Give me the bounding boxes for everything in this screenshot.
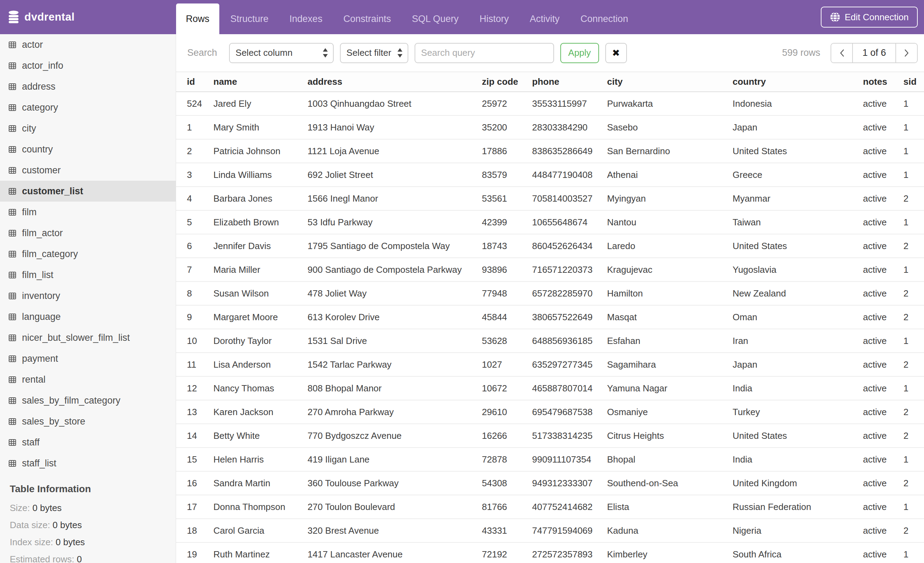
cell-zip-code[interactable]: 10672 xyxy=(482,376,532,400)
sidebar-item-film[interactable]: film xyxy=(0,202,176,222)
cell-id[interactable]: 3 xyxy=(176,163,213,187)
cell-country[interactable]: Iran xyxy=(733,329,863,353)
cell-notes[interactable]: active xyxy=(863,234,903,258)
cell-name[interactable]: Carol Garcia xyxy=(213,519,308,542)
sidebar-item-language[interactable]: language xyxy=(0,306,176,327)
cell-country[interactable]: Japan xyxy=(733,353,863,376)
cell-address[interactable]: 1417 Lancaster Avenue xyxy=(308,542,482,563)
cell-address[interactable]: 53 Idfu Parkway xyxy=(308,210,482,234)
cell-address[interactable]: 1003 Qinhuangdao Street xyxy=(308,92,482,116)
cell-notes[interactable]: active xyxy=(863,376,903,400)
cell-notes[interactable]: active xyxy=(863,471,903,495)
cell-phone[interactable]: 272572357893 xyxy=(532,542,607,563)
cell-name[interactable]: Dorothy Taylor xyxy=(213,329,308,353)
cell-phone[interactable]: 648856936185 xyxy=(532,329,607,353)
cell-sid[interactable]: 1 xyxy=(903,163,924,187)
cell-address[interactable]: 1795 Santiago de Compostela Way xyxy=(308,234,482,258)
cell-address[interactable]: 360 Toulouse Parkway xyxy=(308,471,482,495)
cell-id[interactable]: 15 xyxy=(176,447,213,471)
cell-zip-code[interactable]: 72192 xyxy=(482,542,532,563)
cell-zip-code[interactable]: 77948 xyxy=(482,281,532,305)
column-header-zip-code[interactable]: zip code xyxy=(482,72,532,92)
cell-country[interactable]: Greece xyxy=(733,163,863,187)
cell-sid[interactable]: 1 xyxy=(903,210,924,234)
cell-city[interactable]: Purwakarta xyxy=(607,92,733,116)
tab-sql-query[interactable]: SQL Query xyxy=(402,3,468,34)
column-header-id[interactable]: id xyxy=(176,72,213,92)
cell-city[interactable]: San Bernardino xyxy=(607,139,733,163)
cell-name[interactable]: Mary Smith xyxy=(213,116,308,139)
cell-zip-code[interactable]: 42399 xyxy=(482,210,532,234)
tab-activity[interactable]: Activity xyxy=(520,3,569,34)
cell-address[interactable]: 1913 Hanoi Way xyxy=(308,116,482,139)
cell-id[interactable]: 17 xyxy=(176,495,213,519)
sidebar-item-rental[interactable]: rental xyxy=(0,369,176,390)
cell-country[interactable]: India xyxy=(733,376,863,400)
sidebar-item-nicer-but-slower-film-list[interactable]: nicer_but_slower_film_list xyxy=(0,327,176,348)
cell-country[interactable]: United States xyxy=(733,424,863,447)
cell-id[interactable]: 14 xyxy=(176,424,213,447)
cell-city[interactable]: Sagamihara xyxy=(607,353,733,376)
cell-name[interactable]: Elizabeth Brown xyxy=(213,210,308,234)
column-header-city[interactable]: city xyxy=(607,72,733,92)
sidebar-item-city[interactable]: city xyxy=(0,118,176,139)
sidebar-item-inventory[interactable]: inventory xyxy=(0,285,176,306)
cell-id[interactable]: 10 xyxy=(176,329,213,353)
clear-search-button[interactable]: ✖ xyxy=(605,43,627,63)
cell-zip-code[interactable]: 17886 xyxy=(482,139,532,163)
cell-id[interactable]: 16 xyxy=(176,471,213,495)
cell-notes[interactable]: active xyxy=(863,305,903,329)
cell-phone[interactable]: 380657522649 xyxy=(532,305,607,329)
cell-address[interactable]: 692 Joliet Street xyxy=(308,163,482,187)
cell-address[interactable]: 900 Santiago de Compostela Parkway xyxy=(308,258,482,281)
sidebar-item-staff[interactable]: staff xyxy=(0,432,176,453)
cell-notes[interactable]: active xyxy=(863,281,903,305)
apply-button[interactable]: Apply xyxy=(560,43,599,63)
cell-name[interactable]: Nancy Thomas xyxy=(213,376,308,400)
cell-zip-code[interactable]: 53561 xyxy=(482,187,532,210)
cell-sid[interactable]: 1 xyxy=(903,92,924,116)
cell-sid[interactable]: 2 xyxy=(903,519,924,542)
cell-zip-code[interactable]: 1027 xyxy=(482,353,532,376)
cell-notes[interactable]: active xyxy=(863,116,903,139)
cell-zip-code[interactable]: 16266 xyxy=(482,424,532,447)
sidebar-item-actor-info[interactable]: actor_info xyxy=(0,55,176,76)
cell-sid[interactable]: 2 xyxy=(903,234,924,258)
cell-city[interactable]: Osmaniye xyxy=(607,400,733,424)
cell-id[interactable]: 1 xyxy=(176,116,213,139)
cell-id[interactable]: 18 xyxy=(176,519,213,542)
cell-phone[interactable]: 28303384290 xyxy=(532,116,607,139)
cell-country[interactable]: Nigeria xyxy=(733,519,863,542)
cell-sid[interactable]: 1 xyxy=(903,139,924,163)
sidebar-item-address[interactable]: address xyxy=(0,76,176,97)
cell-city[interactable]: Southend-on-Sea xyxy=(607,471,733,495)
cell-name[interactable]: Susan Wilson xyxy=(213,281,308,305)
cell-address[interactable]: 1566 Inegl Manor xyxy=(308,187,482,210)
cell-city[interactable]: Masqat xyxy=(607,305,733,329)
cell-city[interactable]: Laredo xyxy=(607,234,733,258)
tab-constraints[interactable]: Constraints xyxy=(334,3,401,34)
cell-phone[interactable]: 705814003527 xyxy=(532,187,607,210)
cell-address[interactable]: 1531 Sal Drive xyxy=(308,329,482,353)
cell-notes[interactable]: active xyxy=(863,187,903,210)
sidebar-item-film-actor[interactable]: film_actor xyxy=(0,222,176,243)
cell-zip-code[interactable]: 93896 xyxy=(482,258,532,281)
cell-id[interactable]: 9 xyxy=(176,305,213,329)
cell-city[interactable]: Hamilton xyxy=(607,281,733,305)
cell-id[interactable]: 2 xyxy=(176,139,213,163)
cell-zip-code[interactable]: 83579 xyxy=(482,163,532,187)
cell-city[interactable]: Athenai xyxy=(607,163,733,187)
cell-city[interactable]: Elista xyxy=(607,495,733,519)
cell-country[interactable]: United States xyxy=(733,139,863,163)
cell-zip-code[interactable]: 54308 xyxy=(482,471,532,495)
cell-notes[interactable]: active xyxy=(863,258,903,281)
search-query-input[interactable] xyxy=(415,43,554,63)
cell-sid[interactable]: 1 xyxy=(903,116,924,139)
sidebar-item-film-category[interactable]: film_category xyxy=(0,243,176,264)
cell-zip-code[interactable]: 29610 xyxy=(482,400,532,424)
column-header-sid[interactable]: sid xyxy=(903,72,924,92)
cell-address[interactable]: 320 Brest Avenue xyxy=(308,519,482,542)
cell-city[interactable]: Esfahan xyxy=(607,329,733,353)
cell-country[interactable]: India xyxy=(733,447,863,471)
tab-indexes[interactable]: Indexes xyxy=(280,3,332,34)
